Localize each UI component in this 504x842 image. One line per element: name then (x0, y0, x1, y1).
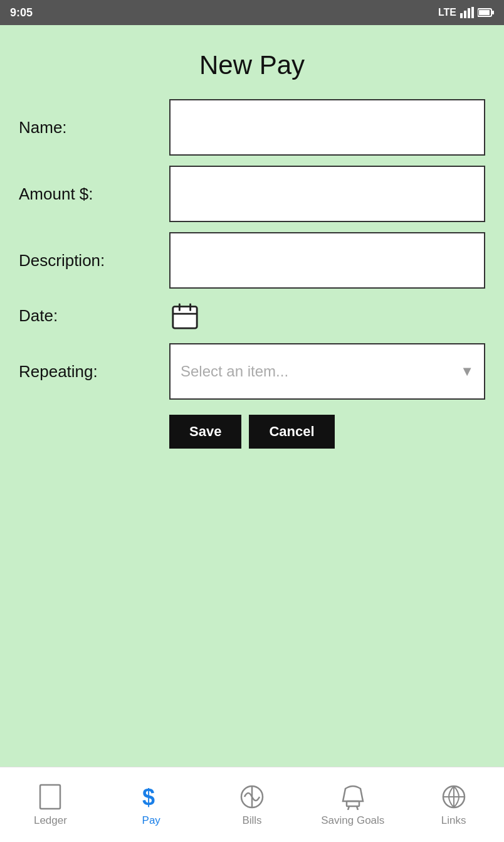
main-content: New Pay Name: Amount $: Description: Dat… (0, 25, 504, 767)
lte-label: LTE (438, 7, 456, 18)
description-label: Description: (19, 251, 169, 270)
description-input[interactable] (169, 232, 485, 289)
bills-icon (238, 783, 266, 811)
svg-rect-0 (460, 13, 463, 18)
links-icon (440, 783, 468, 811)
repeating-row: Repeating: Select an item... ▼ (19, 343, 485, 400)
form-container: Name: Amount $: Description: Date: (19, 99, 485, 449)
name-label: Name: (19, 118, 169, 137)
nav-item-saving-goals[interactable]: Saving Goals (302, 767, 403, 842)
svg-rect-1 (464, 11, 466, 18)
nav-label-links: Links (441, 814, 466, 827)
nav-label-saving-goals: Saving Goals (321, 814, 384, 827)
date-label: Date: (19, 306, 169, 326)
name-row: Name: (19, 99, 485, 156)
saving-goals-icon (339, 783, 367, 811)
status-right: LTE (438, 7, 494, 18)
nav-label-bills: Bills (242, 814, 261, 827)
repeating-label: Repeating: (19, 362, 169, 381)
svg-rect-7 (173, 306, 197, 328)
nav-item-links[interactable]: Links (403, 767, 504, 842)
repeating-placeholder: Select an item... (181, 363, 460, 380)
svg-rect-3 (471, 7, 474, 18)
nav-item-ledger[interactable]: Ledger (0, 767, 101, 842)
calendar-icon (171, 302, 199, 331)
svg-rect-6 (492, 11, 494, 14)
svg-rect-2 (468, 8, 470, 18)
page-title: New Pay (199, 50, 305, 80)
signal-icon (460, 7, 474, 18)
status-time: 9:05 (10, 6, 33, 19)
svg-rect-5 (479, 10, 490, 15)
pay-icon: $ (137, 783, 165, 811)
nav-item-bills[interactable]: Bills (202, 767, 303, 842)
amount-label: Amount $: (19, 184, 169, 204)
status-bar: 9:05 LTE (0, 0, 504, 25)
amount-input[interactable] (169, 166, 485, 222)
svg-rect-11 (40, 785, 60, 809)
save-button[interactable]: Save (169, 415, 241, 449)
description-row: Description: (19, 232, 485, 289)
nav-label-pay: Pay (142, 814, 160, 827)
svg-rect-15 (347, 801, 359, 806)
name-input[interactable] (169, 99, 485, 156)
ledger-icon (36, 783, 64, 811)
battery-icon (478, 8, 494, 18)
nav-label-ledger: Ledger (34, 814, 67, 827)
nav-item-pay[interactable]: $ Pay (101, 767, 202, 842)
repeating-select[interactable]: Select an item... ▼ (169, 343, 485, 400)
calendar-button[interactable] (169, 299, 201, 333)
chevron-down-icon: ▼ (460, 363, 474, 380)
date-row: Date: (19, 299, 485, 333)
cancel-button[interactable]: Cancel (249, 415, 334, 449)
amount-row: Amount $: (19, 166, 485, 222)
bottom-nav: Ledger $ Pay Bills (0, 767, 504, 842)
svg-text:$: $ (142, 784, 155, 810)
buttons-row: Save Cancel (169, 415, 485, 449)
